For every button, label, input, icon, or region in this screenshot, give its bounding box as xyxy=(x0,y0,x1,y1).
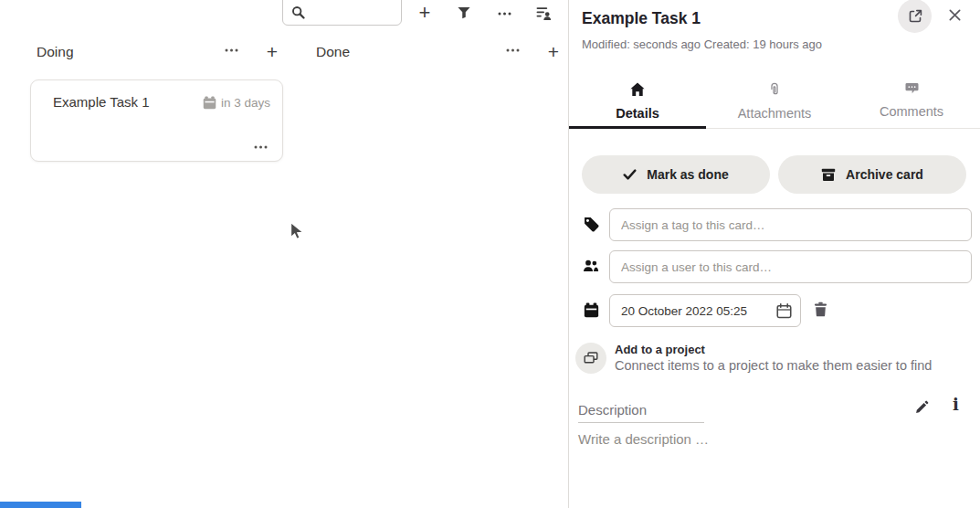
users-icon xyxy=(583,259,599,273)
plus-icon: + xyxy=(419,3,431,23)
description-info-button[interactable]: i xyxy=(953,397,959,413)
card-title: Example Task 1 xyxy=(53,94,150,110)
column-title-doing: Doing xyxy=(37,44,74,60)
close-panel-button[interactable] xyxy=(948,8,962,22)
archive-card-button[interactable]: Archive card xyxy=(778,155,966,194)
calendar-picker-icon[interactable] xyxy=(776,303,792,319)
app-window: + Doing + Done + Example Task 1 xyxy=(0,0,980,508)
stacked-windows-icon xyxy=(584,352,598,365)
card-due: in 3 days xyxy=(203,96,270,110)
search-icon xyxy=(291,5,305,19)
mouse-cursor xyxy=(290,221,307,244)
column-done-menu-button[interactable] xyxy=(505,47,521,54)
calendar-icon xyxy=(203,96,216,110)
panel-meta: Modified: seconds ago Created: 19 hours … xyxy=(582,37,822,51)
column-done-add-card-button[interactable]: + xyxy=(544,40,563,62)
check-icon xyxy=(623,168,637,181)
home-icon xyxy=(630,82,645,97)
panel-tabs: Details Attachments Comments xyxy=(569,77,980,129)
ellipsis-icon xyxy=(506,48,520,52)
description-label: Description xyxy=(578,402,647,418)
sort-assign-button[interactable] xyxy=(535,5,552,21)
board-menu-button[interactable] xyxy=(497,11,511,16)
panel-title: Example Task 1 xyxy=(582,9,701,28)
calendar-icon xyxy=(584,302,599,318)
info-icon: i xyxy=(953,395,959,414)
assign-user-input[interactable] xyxy=(609,250,972,283)
archive-icon xyxy=(821,167,836,182)
ellipsis-icon xyxy=(254,145,268,149)
external-link-icon xyxy=(908,9,922,24)
archive-card-label: Archive card xyxy=(846,167,923,182)
filter-button[interactable] xyxy=(457,5,471,20)
card-menu-button[interactable] xyxy=(254,145,268,149)
tab-label: Attachments xyxy=(738,106,812,121)
search-input[interactable] xyxy=(311,5,394,19)
horizontal-scrollbar-thumb[interactable] xyxy=(0,502,81,508)
tab-details[interactable]: Details xyxy=(569,77,706,128)
column-doing-add-card-button[interactable]: + xyxy=(263,40,281,62)
pencil-icon xyxy=(915,400,929,414)
card-due-label: in 3 days xyxy=(221,96,270,110)
tab-comments[interactable]: Comments xyxy=(843,77,980,128)
due-date-value: 20 October 2022 05:25 xyxy=(621,304,776,318)
plus-icon: + xyxy=(267,42,278,61)
filter-icon xyxy=(458,6,470,19)
trash-icon xyxy=(813,302,828,317)
tab-attachments[interactable]: Attachments xyxy=(706,77,843,128)
tag-icon xyxy=(584,217,599,232)
due-date-field[interactable]: 20 October 2022 05:25 xyxy=(609,294,801,327)
tab-label: Details xyxy=(616,106,659,121)
tab-label: Comments xyxy=(880,104,943,119)
search-box[interactable] xyxy=(282,0,402,26)
add-to-project-title[interactable]: Add to a project xyxy=(615,343,705,356)
description-editor[interactable]: Write a description … xyxy=(578,431,709,447)
remove-due-date-button[interactable] xyxy=(813,302,828,317)
ellipsis-icon xyxy=(498,12,511,16)
column-doing-menu-button[interactable] xyxy=(224,47,239,54)
assign-tag-input[interactable] xyxy=(609,208,972,241)
paperclip-icon xyxy=(768,82,781,97)
description-divider xyxy=(578,422,704,423)
edit-description-button[interactable] xyxy=(915,400,929,414)
add-to-project-subtitle: Connect items to a project to make them … xyxy=(615,358,932,373)
add-list-button[interactable]: + xyxy=(415,2,435,24)
mark-as-done-button[interactable]: Mark as done xyxy=(582,155,770,194)
comment-icon xyxy=(905,82,919,95)
close-icon xyxy=(948,8,962,22)
column-title-done: Done xyxy=(316,44,350,60)
sort-list-person-icon xyxy=(536,5,552,21)
open-in-window-button[interactable] xyxy=(898,0,932,33)
plus-icon: + xyxy=(548,42,559,61)
add-to-project-button[interactable] xyxy=(575,343,606,374)
ellipsis-icon xyxy=(225,48,238,52)
task-card[interactable]: Example Task 1 in 3 days xyxy=(30,79,283,162)
mark-as-done-label: Mark as done xyxy=(647,167,728,182)
